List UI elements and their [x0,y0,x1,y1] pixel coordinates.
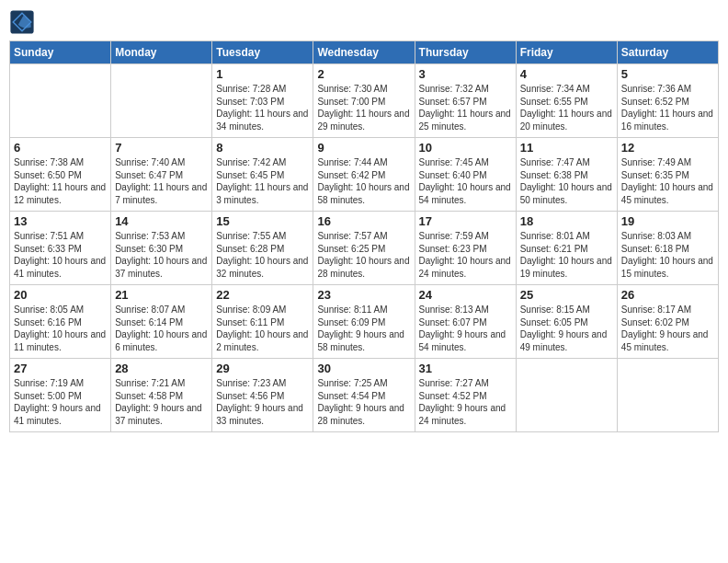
calendar-day-cell: 24 Sunrise: 8:13 AMSunset: 6:07 PMDaylig… [415,285,516,359]
day-number: 12 [621,141,714,155]
day-detail: Sunrise: 7:40 AMSunset: 6:47 PMDaylight:… [115,157,207,205]
day-detail: Sunrise: 7:49 AMSunset: 6:35 PMDaylight:… [621,157,713,205]
day-number: 9 [317,141,410,155]
day-number: 18 [520,214,613,228]
weekday-header: Wednesday [313,41,415,64]
calendar-day-cell: 12 Sunrise: 7:49 AMSunset: 6:35 PMDaylig… [617,138,718,212]
calendar-day-cell: 7 Sunrise: 7:40 AMSunset: 6:47 PMDayligh… [111,138,212,212]
calendar-day-cell: 10 Sunrise: 7:45 AMSunset: 6:40 PMDaylig… [415,138,516,212]
calendar-day-cell: 14 Sunrise: 7:53 AMSunset: 6:30 PMDaylig… [111,212,212,285]
day-detail: Sunrise: 8:11 AMSunset: 6:09 PMDaylight:… [317,304,404,352]
day-detail: Sunrise: 7:45 AMSunset: 6:40 PMDaylight:… [419,157,511,205]
weekday-header: Thursday [415,41,516,64]
day-detail: Sunrise: 7:34 AMSunset: 6:55 PMDaylight:… [520,84,612,132]
day-detail: Sunrise: 7:27 AMSunset: 4:52 PMDaylight:… [419,378,506,426]
day-number: 30 [317,362,410,375]
calendar-day-cell: 2 Sunrise: 7:30 AMSunset: 7:00 PMDayligh… [313,64,415,138]
calendar-body: 1 Sunrise: 7:28 AMSunset: 7:03 PMDayligh… [10,64,719,432]
calendar-day-cell [617,359,718,432]
day-number: 10 [419,141,512,155]
calendar-day-cell: 23 Sunrise: 8:11 AMSunset: 6:09 PMDaylig… [313,285,415,359]
calendar-day-cell: 6 Sunrise: 7:38 AMSunset: 6:50 PMDayligh… [10,138,111,212]
day-number: 6 [14,141,107,155]
logo-icon [9,9,35,35]
calendar-day-cell: 16 Sunrise: 7:57 AMSunset: 6:25 PMDaylig… [313,212,415,285]
calendar-table: SundayMondayTuesdayWednesdayThursdayFrid… [9,40,719,432]
calendar-week-row: 6 Sunrise: 7:38 AMSunset: 6:50 PMDayligh… [10,138,719,212]
day-number: 19 [621,214,714,228]
day-detail: Sunrise: 7:19 AMSunset: 5:00 PMDaylight:… [14,378,101,426]
day-number: 16 [317,214,410,228]
calendar-header-row: SundayMondayTuesdayWednesdayThursdayFrid… [10,41,719,64]
calendar-day-cell: 4 Sunrise: 7:34 AMSunset: 6:55 PMDayligh… [516,64,617,138]
weekday-header: Sunday [10,41,111,64]
day-detail: Sunrise: 7:28 AMSunset: 7:03 PMDaylight:… [216,84,308,132]
day-number: 25 [520,288,613,302]
day-number: 13 [14,214,107,228]
day-number: 27 [14,362,107,375]
day-number: 22 [216,288,309,302]
calendar-day-cell: 11 Sunrise: 7:47 AMSunset: 6:38 PMDaylig… [516,138,617,212]
day-detail: Sunrise: 7:30 AMSunset: 7:00 PMDaylight:… [317,84,409,132]
day-detail: Sunrise: 8:09 AMSunset: 6:11 PMDaylight:… [216,304,308,352]
day-number: 8 [216,141,309,155]
calendar-day-cell: 13 Sunrise: 7:51 AMSunset: 6:33 PMDaylig… [10,212,111,285]
calendar-day-cell: 22 Sunrise: 8:09 AMSunset: 6:11 PMDaylig… [212,285,313,359]
calendar-day-cell: 5 Sunrise: 7:36 AMSunset: 6:52 PMDayligh… [617,64,718,138]
day-number: 23 [317,288,410,302]
day-detail: Sunrise: 7:42 AMSunset: 6:45 PMDaylight:… [216,157,308,205]
day-number: 5 [621,67,714,81]
calendar-day-cell: 18 Sunrise: 8:01 AMSunset: 6:21 PMDaylig… [516,212,617,285]
logo [9,9,39,35]
weekday-header: Monday [111,41,212,64]
calendar-day-cell: 25 Sunrise: 8:15 AMSunset: 6:05 PMDaylig… [516,285,617,359]
calendar-day-cell: 1 Sunrise: 7:28 AMSunset: 7:03 PMDayligh… [212,64,313,138]
day-detail: Sunrise: 7:38 AMSunset: 6:50 PMDaylight:… [14,157,106,205]
calendar-week-row: 20 Sunrise: 8:05 AMSunset: 6:16 PMDaylig… [10,285,719,359]
day-detail: Sunrise: 8:03 AMSunset: 6:18 PMDaylight:… [621,231,713,279]
calendar-day-cell: 27 Sunrise: 7:19 AMSunset: 5:00 PMDaylig… [10,359,111,432]
day-detail: Sunrise: 7:57 AMSunset: 6:25 PMDaylight:… [317,231,409,279]
calendar-week-row: 13 Sunrise: 7:51 AMSunset: 6:33 PMDaylig… [10,212,719,285]
calendar-day-cell: 15 Sunrise: 7:55 AMSunset: 6:28 PMDaylig… [212,212,313,285]
day-number: 29 [216,362,309,375]
weekday-header: Friday [516,41,617,64]
day-detail: Sunrise: 7:59 AMSunset: 6:23 PMDaylight:… [419,231,511,279]
day-number: 14 [115,214,208,228]
day-detail: Sunrise: 7:53 AMSunset: 6:30 PMDaylight:… [115,231,207,279]
weekday-header: Tuesday [212,41,313,64]
day-detail: Sunrise: 7:32 AMSunset: 6:57 PMDaylight:… [419,84,511,132]
calendar-day-cell: 20 Sunrise: 8:05 AMSunset: 6:16 PMDaylig… [10,285,111,359]
calendar-day-cell: 9 Sunrise: 7:44 AMSunset: 6:42 PMDayligh… [313,138,415,212]
calendar-day-cell [516,359,617,432]
weekday-header: Saturday [617,41,718,64]
day-number: 28 [115,362,208,375]
calendar-week-row: 1 Sunrise: 7:28 AMSunset: 7:03 PMDayligh… [10,64,719,138]
day-number: 2 [317,67,410,81]
calendar-day-cell [111,64,212,138]
day-detail: Sunrise: 7:23 AMSunset: 4:56 PMDaylight:… [216,378,303,426]
day-number: 11 [520,141,613,155]
day-number: 15 [216,214,309,228]
day-detail: Sunrise: 7:51 AMSunset: 6:33 PMDaylight:… [14,231,106,279]
day-number: 20 [14,288,107,302]
day-number: 26 [621,288,714,302]
calendar-day-cell: 26 Sunrise: 8:17 AMSunset: 6:02 PMDaylig… [617,285,718,359]
day-detail: Sunrise: 7:21 AMSunset: 4:58 PMDaylight:… [115,378,202,426]
calendar-day-cell: 8 Sunrise: 7:42 AMSunset: 6:45 PMDayligh… [212,138,313,212]
calendar-day-cell: 17 Sunrise: 7:59 AMSunset: 6:23 PMDaylig… [415,212,516,285]
day-detail: Sunrise: 7:55 AMSunset: 6:28 PMDaylight:… [216,231,308,279]
calendar-day-cell: 31 Sunrise: 7:27 AMSunset: 4:52 PMDaylig… [415,359,516,432]
day-detail: Sunrise: 8:07 AMSunset: 6:14 PMDaylight:… [115,304,207,352]
calendar-week-row: 27 Sunrise: 7:19 AMSunset: 5:00 PMDaylig… [10,359,719,432]
day-detail: Sunrise: 8:13 AMSunset: 6:07 PMDaylight:… [419,304,506,352]
day-number: 17 [419,214,512,228]
calendar-day-cell [10,64,111,138]
day-number: 24 [419,288,512,302]
day-detail: Sunrise: 8:17 AMSunset: 6:02 PMDaylight:… [621,304,709,352]
day-detail: Sunrise: 8:05 AMSunset: 6:16 PMDaylight:… [14,304,106,352]
day-number: 1 [216,67,309,81]
calendar-day-cell: 29 Sunrise: 7:23 AMSunset: 4:56 PMDaylig… [212,359,313,432]
day-number: 7 [115,141,208,155]
day-detail: Sunrise: 7:25 AMSunset: 4:54 PMDaylight:… [317,378,404,426]
